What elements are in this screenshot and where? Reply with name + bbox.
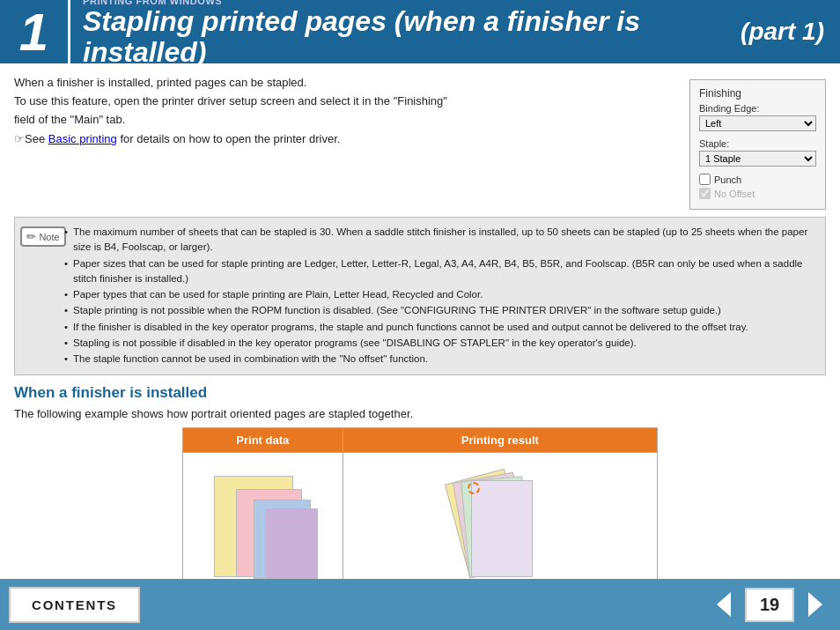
note-item: The maximum number of sheets that can be… bbox=[64, 225, 816, 256]
prev-arrow-icon bbox=[708, 589, 740, 620]
svg-marker-0 bbox=[717, 592, 731, 617]
main-content: When a finisher is installed, printed pa… bbox=[0, 63, 840, 210]
left-column: When a finisher is installed, printed pa… bbox=[14, 74, 677, 210]
intro-line2: To use this feature, open the printer dr… bbox=[14, 94, 447, 107]
note-label: Note bbox=[39, 232, 59, 242]
no-offset-label: No Offset bbox=[714, 189, 755, 199]
intro-text: When a finisher is installed, printed pa… bbox=[14, 74, 677, 129]
footer: CONTENTS 19 bbox=[0, 579, 840, 630]
col1-header: Print data bbox=[183, 428, 343, 453]
intro-line3: field of the "Main" tab. bbox=[14, 113, 125, 126]
note-content: The maximum number of sheets that can be… bbox=[64, 225, 816, 367]
result-paper-1 bbox=[471, 480, 533, 577]
finishing-panel-title: Finishing bbox=[699, 87, 816, 100]
note-item: The staple function cannot be used in co… bbox=[64, 352, 816, 367]
note-item: Paper types that can be used for staple … bbox=[64, 287, 816, 302]
note-item: Staple printing is not possible when the… bbox=[64, 303, 816, 318]
paper-purple bbox=[265, 508, 318, 579]
next-page-button[interactable] bbox=[799, 589, 831, 620]
header-text-block: PRINTING FROM WINDOWS Stapling printed p… bbox=[70, 0, 741, 63]
punch-checkbox[interactable] bbox=[699, 174, 711, 185]
binding-edge-select[interactable]: Left bbox=[699, 115, 816, 131]
section-desc: The following example shows how portrait… bbox=[14, 407, 826, 420]
page-header: 1 PRINTING FROM WINDOWS Stapling printed… bbox=[0, 0, 840, 63]
note-box: ✏ Note The maximum number of sheets that… bbox=[14, 217, 826, 375]
see-reference: ☞See Basic printing for details on how t… bbox=[14, 132, 677, 145]
staple-select[interactable]: 1 Staple bbox=[699, 151, 816, 167]
basic-printing-link[interactable]: Basic printing bbox=[48, 132, 117, 145]
next-arrow-icon bbox=[799, 589, 831, 620]
finishing-panel: Finishing Binding Edge: Left Staple: 1 S… bbox=[689, 79, 826, 210]
header-part: (part 1) bbox=[741, 0, 840, 63]
punch-label: Punch bbox=[714, 174, 741, 185]
contents-button[interactable]: CONTENTS bbox=[9, 587, 140, 623]
printing-result-illustration bbox=[452, 471, 549, 595]
note-icon-area: ✏ Note bbox=[22, 225, 64, 367]
staple-label: Staple: bbox=[699, 138, 816, 149]
staple-indicator bbox=[468, 482, 480, 494]
note-item: Paper sizes that can be used for staple … bbox=[64, 256, 816, 287]
no-offset-checkbox bbox=[699, 188, 711, 199]
note-badge: ✏ Note bbox=[20, 226, 65, 247]
svg-marker-1 bbox=[808, 592, 822, 617]
intro-line1: When a finisher is installed, printed pa… bbox=[14, 76, 306, 89]
note-list: The maximum number of sheets that can be… bbox=[64, 225, 816, 367]
note-item: Stapling is not possible if disabled in … bbox=[64, 336, 816, 351]
header-title: Stapling printed pages (when a finisher … bbox=[83, 6, 728, 68]
chapter-number: 1 bbox=[0, 0, 70, 63]
footer-nav: 19 bbox=[708, 588, 831, 622]
col2-header: Printing result bbox=[343, 428, 657, 453]
section-heading: When a finisher is installed bbox=[14, 384, 826, 402]
page-number: 19 bbox=[745, 588, 794, 622]
no-offset-row: No Offset bbox=[699, 188, 816, 199]
binding-edge-label: Binding Edge: bbox=[699, 103, 816, 114]
prev-page-button[interactable] bbox=[708, 589, 740, 620]
note-item: If the finisher is disabled in the key o… bbox=[64, 320, 816, 335]
print-data-illustration bbox=[205, 471, 320, 595]
punch-row: Punch bbox=[699, 174, 816, 185]
